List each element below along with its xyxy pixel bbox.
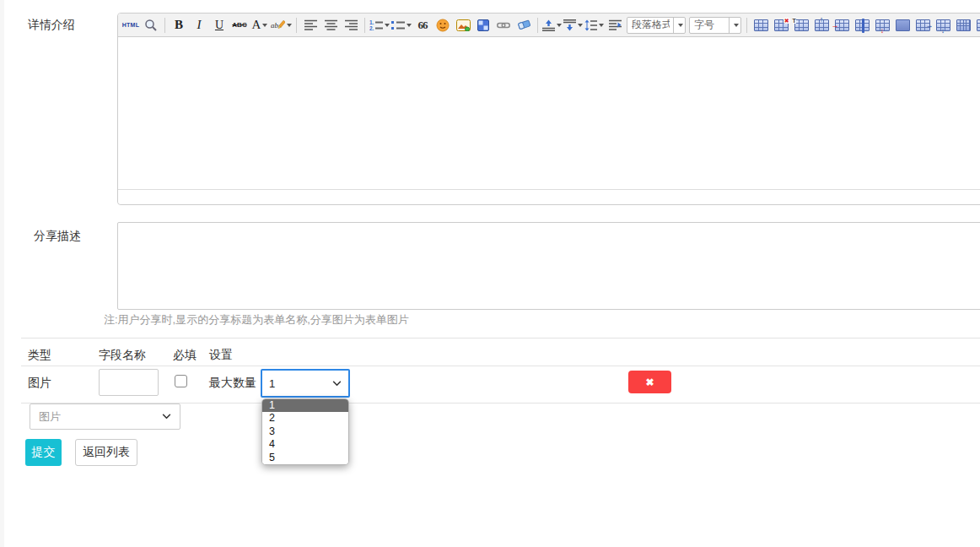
chevron-down-icon xyxy=(407,24,412,27)
page-left-edge xyxy=(0,0,4,547)
chevron-down-icon xyxy=(729,18,740,33)
margin-bottom-icon xyxy=(563,19,576,31)
split-cell-button[interactable]: ↓ xyxy=(872,15,892,35)
forecolor-button[interactable]: A xyxy=(250,15,270,35)
line-height-button[interactable] xyxy=(584,15,605,35)
chevron-down-icon xyxy=(578,24,583,27)
share-desc-textarea[interactable] xyxy=(117,222,980,310)
remove-format-button[interactable] xyxy=(514,15,534,35)
toolbar-separator xyxy=(537,18,538,33)
merge-cell-right-icon: → xyxy=(835,19,849,31)
bold-button[interactable]: B xyxy=(169,15,189,35)
editor-body[interactable] xyxy=(118,37,980,189)
emoticon-button[interactable] xyxy=(433,15,453,35)
column-header-4: 设置 xyxy=(209,348,233,363)
align-left-icon xyxy=(304,19,317,30)
column-header-2: 字段名称 xyxy=(99,348,146,363)
insert-table-button[interactable] xyxy=(751,15,771,35)
submit-button[interactable]: 提交 xyxy=(25,439,62,466)
preview-button[interactable] xyxy=(141,15,161,35)
cell-props-icon xyxy=(896,19,910,31)
cell-props-button[interactable] xyxy=(892,15,913,35)
font-size-select-value: 字号 xyxy=(694,18,725,32)
insert-image-button[interactable] xyxy=(453,15,473,35)
unordered-list-button[interactable] xyxy=(390,15,412,35)
row-insert-below-icon: ↓ xyxy=(936,19,950,31)
table-top-border xyxy=(21,338,980,338)
col-insert-right-button[interactable]: → xyxy=(913,15,933,35)
margin-top-icon xyxy=(542,19,555,31)
preview-icon xyxy=(144,19,158,32)
insert-media-icon xyxy=(477,19,489,31)
source-button[interactable]: HTML xyxy=(121,15,141,35)
align-center-button[interactable] xyxy=(320,15,341,35)
field-type-select[interactable]: 图片 xyxy=(30,403,180,430)
insert-media-button[interactable] xyxy=(473,15,493,35)
chevron-down-icon xyxy=(332,381,342,387)
bold-icon: B xyxy=(175,19,183,31)
detail-intro-label: 详情介绍 xyxy=(28,18,75,33)
align-left-button[interactable] xyxy=(300,15,320,35)
max-count-select-value: 1 xyxy=(269,377,332,390)
indent-button[interactable] xyxy=(605,15,625,35)
dropdown-option-2[interactable]: 2 xyxy=(262,412,348,425)
dropdown-option-1[interactable]: 1 xyxy=(262,399,348,412)
chevron-down-icon xyxy=(673,18,685,33)
row-props-icon xyxy=(977,19,980,31)
strikethrough-icon: ABC xyxy=(232,22,246,29)
insert-table-icon xyxy=(754,19,768,31)
svg-text:1.: 1. xyxy=(369,19,374,25)
source-icon: HTML xyxy=(122,22,140,28)
blockquote-button[interactable]: 66 xyxy=(412,15,433,35)
paragraph-format-select[interactable]: 段落格式 xyxy=(627,17,686,34)
col-insert-right-icon: → xyxy=(916,19,930,31)
row-props-button[interactable] xyxy=(973,15,980,35)
chevron-down-icon xyxy=(287,24,292,27)
column-header-3: 必填 xyxy=(173,348,197,363)
toolbar-separator xyxy=(746,18,747,33)
forecolor-icon: A xyxy=(252,19,261,31)
delete-field-button[interactable]: ✖ xyxy=(628,371,671,393)
align-right-button[interactable] xyxy=(341,15,361,35)
dropdown-option-5[interactable]: 5 xyxy=(262,452,348,464)
dropdown-option-4[interactable]: 4 xyxy=(262,438,348,451)
strikethrough-button[interactable]: ABC xyxy=(229,15,250,35)
delete-table-button[interactable]: ✖ xyxy=(771,15,791,35)
chevron-down-icon xyxy=(162,414,171,420)
italic-button[interactable]: I xyxy=(189,15,209,35)
ordered-list-icon: 1.2. xyxy=(369,19,383,31)
chevron-down-icon xyxy=(599,24,604,27)
insert-link-icon xyxy=(497,21,510,30)
margin-top-button[interactable] xyxy=(541,15,563,35)
back-to-list-button[interactable]: 返回列表 xyxy=(75,439,137,466)
hilitecolor-button[interactable]: ab xyxy=(270,15,293,35)
insert-link-button[interactable] xyxy=(493,15,514,35)
chevron-down-icon xyxy=(385,24,390,27)
merge-cells-button[interactable] xyxy=(953,15,973,35)
required-checkbox[interactable] xyxy=(175,375,187,387)
margin-bottom-button[interactable] xyxy=(563,15,584,35)
remove-format-icon xyxy=(517,19,531,30)
delete-icon: ✖ xyxy=(645,376,654,388)
form-page: 详情介绍 HTMLBIUABCAab1.2.66段落格式字号✖T↑→↓→↓ 分享… xyxy=(0,0,980,547)
row-insert-below-button[interactable]: ↓ xyxy=(933,15,953,35)
col-insert-left-icon xyxy=(855,19,870,31)
line-height-icon xyxy=(584,19,597,31)
row-type-label: 图片 xyxy=(28,376,51,391)
dropdown-option-3[interactable]: 3 xyxy=(262,425,348,438)
share-desc-label: 分享描述 xyxy=(34,229,81,244)
max-count-select[interactable]: 1 xyxy=(261,369,350,398)
underline-button[interactable]: U xyxy=(209,15,229,35)
table-props-button[interactable]: T xyxy=(791,15,811,35)
paragraph-format-select-value: 段落格式 xyxy=(632,18,670,32)
merge-cell-right-button[interactable]: → xyxy=(832,15,852,35)
split-cell-icon: ↓ xyxy=(875,19,890,31)
svg-text:2.: 2. xyxy=(369,25,374,31)
svg-text:ab: ab xyxy=(271,21,279,30)
ordered-list-button[interactable]: 1.2. xyxy=(369,15,390,35)
row-insert-above-button[interactable]: ↑ xyxy=(811,15,832,35)
editor-statusbar[interactable] xyxy=(118,189,980,204)
font-size-select[interactable]: 字号 xyxy=(689,17,741,34)
col-insert-left-button[interactable] xyxy=(852,15,872,35)
field-name-input[interactable] xyxy=(99,369,159,396)
